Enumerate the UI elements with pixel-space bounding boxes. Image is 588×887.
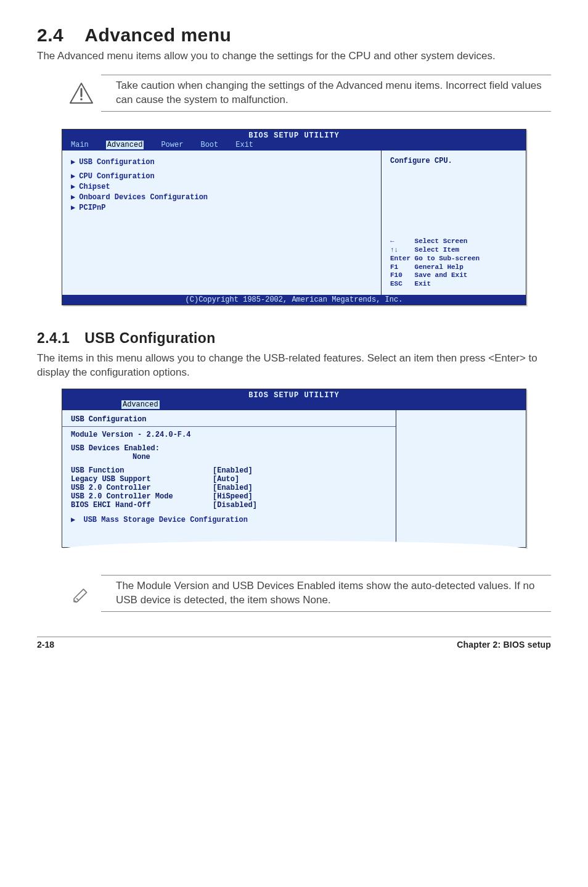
page-number: 2-18 [37, 640, 54, 650]
bios-right-pane: Configure CPU. ← Select Screen ↑↓ Select… [382, 151, 526, 295]
bios-sub-header: BIOS SETUP UTILITY Advanced [62, 389, 526, 410]
chapter-label: Chapter 2: BIOS setup [457, 640, 551, 650]
info-note: The Module Version and USB Devices Enabl… [68, 572, 551, 614]
usb-devices-enabled-label: USB Devices Enabled: [71, 444, 387, 453]
bios-sub-right-pane [396, 410, 526, 547]
intro-paragraph: The Advanced menu items allow you to cha… [37, 49, 551, 64]
section-number: 2.4 [37, 25, 63, 46]
triangle-icon: ▶ [71, 516, 75, 524]
usb-config-header: USB Configuration [71, 415, 387, 425]
subsection-title: USB Configuration [84, 330, 216, 346]
bios-item-usb-configuration[interactable]: ▶USB Configuration [71, 157, 372, 167]
caution-text: Take caution when changing the settings … [116, 79, 551, 107]
subsection-heading: 2.4.1USB Configuration [37, 330, 551, 347]
bios-help-text: Configure CPU. [390, 157, 520, 165]
bios-main-screenshot: BIOS SETUP UTILITY Main Advanced Power B… [62, 129, 526, 305]
bios-key-legend: ← Select Screen ↑↓ Select Item Enter Go … [390, 237, 520, 289]
bios-item-cpu-configuration[interactable]: ▶CPU Configuration [71, 171, 372, 181]
section-title: Advanced menu [84, 25, 231, 45]
page-footer: 2-18 Chapter 2: BIOS setup [37, 640, 551, 650]
bios-item-pcipnp[interactable]: ▶PCIPnP [71, 202, 372, 213]
bios-sub-tab-advanced[interactable]: Advanced [121, 400, 160, 409]
bios-title: BIOS SETUP UTILITY [66, 131, 522, 141]
setting-legacy-usb-support[interactable]: Legacy USB Support[Auto] [71, 475, 387, 484]
pencil-note-icon [68, 581, 95, 606]
setting-usb20-controller[interactable]: USB 2.0 Controller[Enabled] [71, 484, 387, 492]
bios-item-chipset[interactable]: ▶Chipset [71, 181, 372, 192]
triangle-icon: ▶ [71, 204, 75, 212]
bios-tab-power[interactable]: Power [161, 141, 183, 149]
triangle-icon: ▶ [71, 158, 75, 167]
triangle-icon: ▶ [71, 183, 75, 191]
bios-sub-item-mass-storage[interactable]: ▶ USB Mass Storage Device Configuration [71, 514, 387, 525]
bios-item-onboard-devices[interactable]: ▶Onboard Devices Configuration [71, 192, 372, 202]
info-note-text: The Module Version and USB Devices Enabl… [116, 579, 551, 608]
caution-note: Take caution when changing the settings … [68, 72, 551, 114]
setting-bios-ehci-handoff[interactable]: BIOS EHCI Hand-Off[Disabled] [71, 501, 387, 510]
bios-footer-copyright: (C)Copyright 1985-2002, American Megatre… [62, 295, 526, 305]
bios-sub-left-pane: USB Configuration Module Version - 2.24.… [62, 410, 396, 547]
bios-sub-title: BIOS SETUP UTILITY [66, 390, 522, 400]
section-heading: 2.4Advanced menu [37, 25, 551, 46]
footer-rule [37, 637, 551, 637]
bios-tab-advanced[interactable]: Advanced [106, 141, 144, 149]
subsection-number: 2.4.1 [37, 330, 70, 346]
bios-header: BIOS SETUP UTILITY Main Advanced Power B… [62, 130, 526, 151]
warning-icon [68, 81, 95, 105]
bios-tab-boot[interactable]: Boot [200, 141, 218, 149]
bios-tab-main[interactable]: Main [71, 141, 89, 149]
setting-usb20-controller-mode[interactable]: USB 2.0 Controller Mode[HiSpeed] [71, 492, 387, 501]
sub-intro-paragraph: The items in this menu allows you to cha… [37, 352, 551, 380]
svg-point-2 [80, 98, 83, 101]
bios-usb-screenshot: BIOS SETUP UTILITY Advanced USB Configur… [62, 389, 526, 548]
triangle-icon: ▶ [71, 172, 75, 181]
triangle-icon: ▶ [71, 193, 75, 202]
usb-devices-enabled-value: None [71, 453, 387, 461]
setting-usb-function[interactable]: USB Function[Enabled] [71, 466, 387, 475]
bios-tab-exit[interactable]: Exit [235, 141, 253, 149]
module-version-line: Module Version - 2.24.0-F.4 [71, 431, 387, 439]
bios-left-pane: ▶USB Configuration ▶CPU Configuration ▶C… [62, 151, 382, 295]
